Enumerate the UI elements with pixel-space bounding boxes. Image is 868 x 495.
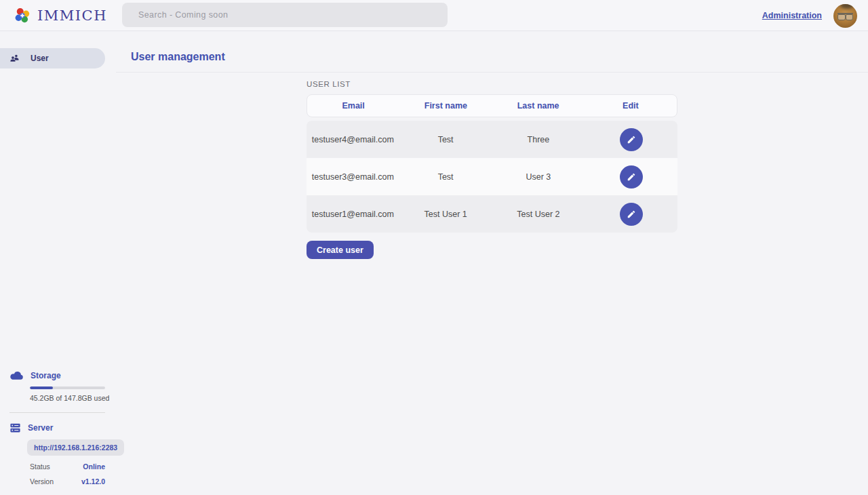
edit-user-button[interactable] <box>620 203 643 226</box>
user-last-name-cell: Test User 2 <box>492 210 585 219</box>
user-table-body: testuser4@email.com Test Three testuser3… <box>307 121 677 233</box>
immich-logo[interactable]: IMMICH <box>0 7 108 24</box>
administration-link[interactable]: Administration <box>762 11 822 20</box>
sidebar-item-user[interactable]: User <box>0 48 105 68</box>
page-title: User management <box>131 51 868 63</box>
edit-user-button[interactable] <box>620 128 643 151</box>
app-title: IMMICH <box>37 7 107 24</box>
app-header: IMMICH Administration <box>0 0 868 31</box>
table-row: testuser1@email.com Test User 1 Test Use… <box>307 195 677 233</box>
sidebar-item-user-label: User <box>31 54 49 63</box>
users-icon <box>9 53 21 64</box>
cloud-icon <box>9 370 24 380</box>
create-user-button[interactable]: Create user <box>307 241 374 259</box>
user-email-cell: testuser3@email.com <box>307 172 399 182</box>
status-value: Online <box>83 462 105 471</box>
main-content: User management USER LIST Email First na… <box>116 31 868 495</box>
server-url-badge: http://192.168.1.216:2283 <box>27 439 124 456</box>
storage-progress-fill <box>30 387 53 389</box>
storage-title: Storage <box>31 371 61 380</box>
pencil-icon <box>627 210 636 219</box>
storage-progress-bar <box>30 387 105 389</box>
column-header-last-name: Last name <box>492 101 585 111</box>
column-header-edit: Edit <box>585 101 677 111</box>
sidebar-divider <box>9 412 105 413</box>
version-label: Version <box>30 477 54 486</box>
status-label: Status <box>30 462 50 471</box>
immich-flower-icon <box>14 7 31 24</box>
version-value: v1.12.0 <box>81 477 105 486</box>
storage-usage-text: 45.2GB of 147.8GB used <box>30 394 116 402</box>
user-last-name-cell: User 3 <box>492 172 585 182</box>
user-first-name-cell: Test <box>399 135 492 144</box>
column-header-email: Email <box>307 101 399 111</box>
user-email-cell: testuser4@email.com <box>307 135 399 144</box>
user-table-header: Email First name Last name Edit <box>307 94 677 117</box>
user-first-name-cell: Test User 1 <box>399 210 492 219</box>
user-list-heading: USER LIST <box>307 80 677 88</box>
admin-sidebar: User Storage 45.2GB of 147.8GB used <box>0 31 116 495</box>
server-version-row: Version v1.12.0 <box>30 477 105 486</box>
avatar-photo-detail <box>840 4 854 9</box>
table-row: testuser3@email.com Test User 3 <box>307 158 677 195</box>
user-last-name-cell: Three <box>492 135 585 144</box>
server-status-row: Status Online <box>30 462 105 471</box>
user-first-name-cell: Test <box>399 172 492 182</box>
title-divider <box>116 72 868 73</box>
server-title: Server <box>28 423 53 433</box>
sidebar-footer: Storage 45.2GB of 147.8GB used Server ht… <box>0 370 116 486</box>
user-avatar[interactable] <box>833 4 857 28</box>
pencil-icon <box>627 135 636 144</box>
user-email-cell: testuser1@email.com <box>307 210 399 219</box>
pencil-icon <box>627 172 636 182</box>
avatar-glasses-detail <box>837 13 853 18</box>
search-input[interactable] <box>122 3 448 27</box>
edit-user-button[interactable] <box>620 165 643 189</box>
table-row: testuser4@email.com Test Three <box>307 121 677 158</box>
server-icon <box>9 422 21 433</box>
column-header-first-name: First name <box>399 101 492 111</box>
